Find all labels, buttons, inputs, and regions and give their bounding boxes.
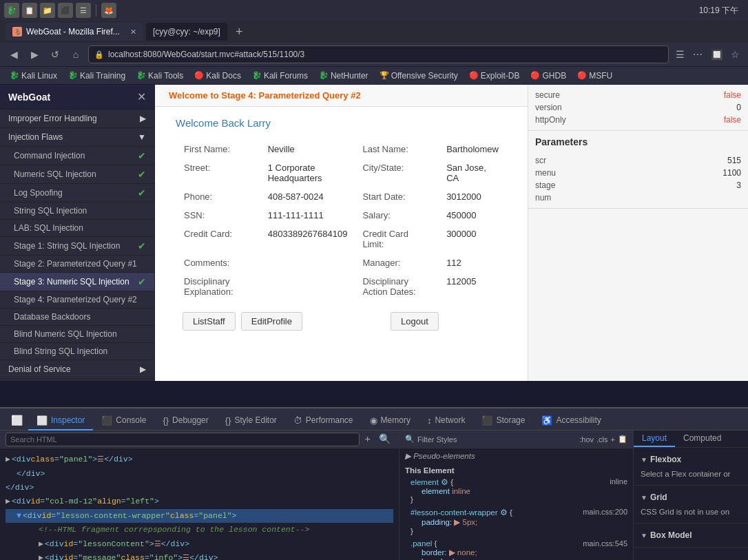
sidebar-section-dos[interactable]: Denial of Service ▶ <box>0 360 154 379</box>
devtools-tab-inspector[interactable]: ⬜ Inspector <box>28 411 93 431</box>
grid-header[interactable]: ▼ Grid <box>641 490 741 505</box>
sidebar-item-stage2[interactable]: Stage 2: Parameterized Query #1 <box>0 256 154 273</box>
pseudo-elements-section: ▶ Pseudo-elements <box>405 451 627 461</box>
bookmark-msfu[interactable]: 🔴 MSFU <box>573 70 616 82</box>
browser-tab-terminal[interactable]: [cyy@cyy: ~/exp9] <box>146 23 227 41</box>
sidebar-close-button[interactable]: ✕ <box>137 90 146 103</box>
html-search-input[interactable] <box>6 433 360 446</box>
bookmark-kali-training[interactable]: 🐉 Kali Training <box>64 70 129 82</box>
taskbar-dragon-icon[interactable]: 🐉 <box>4 3 19 18</box>
style-property-row-boxshadow: box-shadow: none; <box>411 557 627 560</box>
bookmark-kali-tools[interactable]: 🐉 Kali Tools <box>132 70 187 82</box>
add-rule-button[interactable]: + <box>611 435 615 444</box>
cls-button[interactable]: .cls <box>596 435 608 444</box>
secure-value: false <box>724 90 741 100</box>
star-icon[interactable]: ☆ <box>728 48 742 61</box>
address-bar[interactable]: 🔒 localhost:8080/WebGoat/start.mvc#attac… <box>88 45 669 63</box>
sidebar-item-db-backdoors[interactable]: Database Backdoors <box>0 309 154 326</box>
bookmark-kali-forums[interactable]: 🐉 Kali Forums <box>248 70 312 82</box>
performance-icon: ⏱ <box>293 415 302 426</box>
add-node-button[interactable]: + <box>362 434 373 445</box>
sidebar-item-command-injection[interactable]: Command Injection ✔ <box>0 147 154 165</box>
main-area: WebGoat ✕ Improper Error Handling ▶ Inje… <box>0 85 748 381</box>
layout-tab-layout[interactable]: Layout <box>634 431 675 447</box>
label-ssn: SSN: <box>177 207 260 224</box>
taskbar-terminal-icon[interactable]: ⬛ <box>58 3 73 18</box>
layout-tab-computed[interactable]: Computed <box>675 431 729 447</box>
back-button[interactable]: ◀ <box>6 46 22 63</box>
taskbar-workspace-icon[interactable]: 📋 <box>22 3 37 18</box>
browser-tab-close[interactable]: ✕ <box>130 28 136 37</box>
logout-button[interactable]: Logout <box>391 312 439 331</box>
html-toolbar: + 🔍 <box>0 431 399 448</box>
html-line-selected[interactable]: ▼ <div id="lesson-content-wrapper" class… <box>6 509 393 523</box>
accessibility-icon: ♿ <box>541 415 552 426</box>
devtools-tab-console[interactable]: ⬛ Console <box>93 411 154 431</box>
os-clock: 10:19 下午 <box>699 5 744 17</box>
bookmark-kali-docs[interactable]: 🔴 Kali Docs <box>190 70 245 82</box>
taskbar-files-icon[interactable]: 📁 <box>40 3 55 18</box>
action-buttons: ListStaff EditProfile Logout <box>176 309 507 334</box>
storage-icon: ⬛ <box>481 415 492 426</box>
sidebar-item-stage3[interactable]: Stage 3: Numeric SQL Injection ✔ <box>0 273 154 291</box>
list-staff-button[interactable]: ListStaff <box>183 312 236 331</box>
style-rule-element: element ⚙ inline { element inline } <box>405 477 627 504</box>
boxmodel-header[interactable]: ▼ Box Model <box>641 528 741 543</box>
taskbar-separator <box>96 4 96 17</box>
bookmark-kali-linux[interactable]: 🐉 Kali Linux <box>6 70 61 82</box>
bookmark-exploit-db[interactable]: 🔴 Exploit-DB <box>465 70 524 82</box>
devtools-tab-debugger[interactable]: {} Debugger <box>154 411 216 431</box>
sidebar-item-numeric-sql[interactable]: Numeric SQL Injection ✔ <box>0 165 154 184</box>
edit-profile-button[interactable]: EditProfile <box>241 312 302 331</box>
chevron-icon: ▼ <box>641 494 647 501</box>
hov-button[interactable]: :hov <box>579 435 594 444</box>
reload-button[interactable]: ↺ <box>47 46 63 63</box>
devtools-picktool[interactable]: ⬜ <box>6 411 28 431</box>
label-startdate: Start Date: <box>355 188 438 205</box>
version-value: 0 <box>736 103 741 112</box>
pseudo-elements-header[interactable]: ▶ Pseudo-elements <box>405 451 627 461</box>
home-button[interactable]: ⌂ <box>67 46 84 63</box>
pick-element-button[interactable]: 🔍 <box>376 433 393 445</box>
pocket-icon[interactable]: 🔲 <box>708 48 725 61</box>
browser-tab-webgoat[interactable]: 🐐 WebGoat - Mozilla Firef... ✕ <box>6 23 143 41</box>
devtools-tab-performance[interactable]: ⏱ Performance <box>285 411 362 431</box>
sidebar-item-blind-numeric[interactable]: Blind Numeric SQL Injection <box>0 326 154 343</box>
flexbox-header[interactable]: ▼ Flexbox <box>641 452 741 467</box>
bookmark-nethunter[interactable]: 🐉 NetHunter <box>315 70 373 82</box>
taskbar-box-icon[interactable]: ☰ <box>76 3 91 18</box>
sidebar-item-stage1[interactable]: Stage 1: String SQL Injection ✔ <box>0 237 154 256</box>
devtools: ⬜ ⬜ Inspector ⬛ Console {} Debugger {} S… <box>0 407 748 560</box>
sidebar-item-string-sql[interactable]: String SQL Injection <box>0 203 154 220</box>
devtools-tab-style-editor[interactable]: {} Style Editor <box>217 411 285 431</box>
devtools-tab-memory[interactable]: ◉ Memory <box>362 411 419 431</box>
extensions-icon[interactable]: ⋯ <box>690 48 705 61</box>
sidebar-section-insecure-comm[interactable]: Insecure Communication ▶ <box>0 379 154 381</box>
value-creditcardlimit: 300000 <box>439 225 506 253</box>
label-salary: Salary: <box>355 207 438 224</box>
sidebar-item-log-spoofing[interactable]: Log Spoofing ✔ <box>0 184 154 203</box>
page-content: Welcome to Stage 4: Parameterized Query … <box>155 85 528 381</box>
bookmarks-icon[interactable]: ☰ <box>673 48 687 61</box>
devtools-tab-storage[interactable]: ⬛ Storage <box>473 411 533 431</box>
bookmark-offensive-security[interactable]: 🏆 Offensive Security <box>375 70 462 82</box>
sidebar-section-improper-error[interactable]: Improper Error Handling ▶ <box>0 110 154 128</box>
devtools-tab-accessibility[interactable]: ♿ Accessibility <box>533 411 609 431</box>
secure-label: secure <box>535 90 560 100</box>
sidebar-section-injection[interactable]: Injection Flaws ▼ <box>0 128 154 147</box>
check-icon: ✔ <box>138 276 146 287</box>
param-num: num <box>535 191 741 204</box>
sidebar-item-blind-string[interactable]: Blind String SQL Injection <box>0 343 154 360</box>
devtools-tab-network[interactable]: ↕ Network <box>419 411 474 431</box>
forward-button[interactable]: ▶ <box>26 46 43 63</box>
sidebar-item-lab-sql[interactable]: LAB: SQL Injection <box>0 220 154 237</box>
taskbar-firefox-icon[interactable]: 🦊 <box>101 3 116 18</box>
sidebar-item-stage4[interactable]: Stage 4: Parameterized Query #2 <box>0 291 154 309</box>
style-close-brace: } <box>411 527 627 535</box>
styles-content: ▶ Pseudo-elements This Element element ⚙… <box>399 448 633 560</box>
copy-rules-button[interactable]: 📋 <box>618 435 627 444</box>
sidebar-header: WebGoat ✕ <box>0 85 154 110</box>
bookmark-ghdb[interactable]: 🔴 GHDB <box>526 70 570 82</box>
new-tab-button[interactable]: + <box>230 25 249 39</box>
debugger-label: Debugger <box>172 415 209 425</box>
